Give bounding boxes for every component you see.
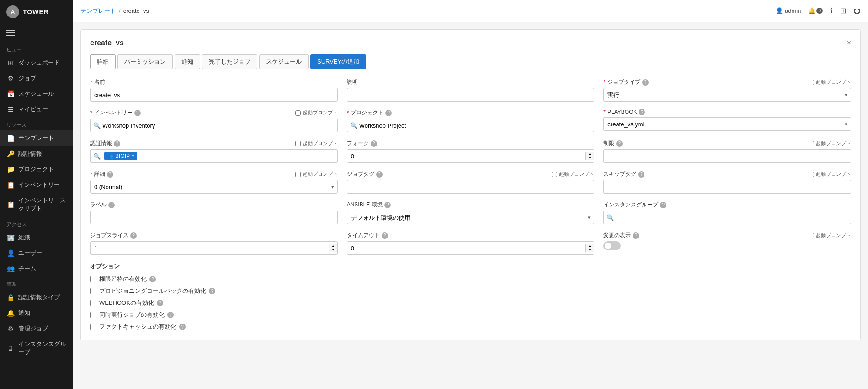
limit-help-icon[interactable]: ? [616, 140, 623, 147]
tab-completed-jobs[interactable]: 完了したジョブ [202, 54, 257, 69]
priv-esc-help-icon[interactable]: ? [149, 276, 156, 282]
show-changes-help-icon[interactable]: ? [633, 232, 639, 239]
inventory-input[interactable] [102, 122, 335, 129]
timeout-help-icon[interactable]: ? [382, 232, 388, 239]
job-type-prompt-checkbox[interactable] [809, 80, 814, 85]
show-changes-prompt-checkbox[interactable] [809, 233, 814, 238]
playbook-select[interactable]: create_vs.yml [603, 117, 851, 131]
instance-groups-help-icon[interactable]: ? [660, 202, 666, 208]
sidebar-item-teams[interactable]: 👥 チーム [0, 261, 73, 276]
sidebar-item-label: 管理ジョブ [18, 324, 48, 333]
show-changes-toggle[interactable] [603, 241, 621, 250]
job-slicing-group: ジョブスライス ? ▲ ▼ [90, 232, 338, 255]
priv-esc-item[interactable]: 権限昇格の有効化 ? [90, 275, 851, 283]
provisioning-checkbox[interactable] [90, 288, 96, 294]
verbosity-help-icon[interactable]: ? [107, 171, 113, 178]
sidebar-item-jobs[interactable]: ⚙ ジョブ [0, 70, 73, 86]
close-button[interactable]: × [847, 39, 851, 47]
sidebar-item-my-view[interactable]: ☰ マイビュー [0, 102, 73, 117]
notification-button[interactable]: 🔔 0 [808, 7, 823, 14]
ansible-env-select[interactable]: デフォルト環境の使用 [347, 211, 595, 224]
labels-group: ラベル ? [90, 201, 338, 224]
fork-decrement[interactable]: ▼ [586, 156, 594, 160]
tab-permissions[interactable]: パーミッション [117, 54, 173, 69]
sidebar-item-credentials[interactable]: 🔑 認証情報 [0, 146, 73, 162]
job-slicing-help-icon[interactable]: ? [130, 232, 137, 239]
sidebar-item-projects[interactable]: 📁 プロジェクト [0, 162, 73, 177]
skip-tags-prompt-checkbox[interactable] [809, 172, 814, 177]
job-tags-input[interactable] [347, 180, 595, 194]
grid-icon[interactable]: ⊞ [840, 6, 846, 15]
sidebar-item-credential-types[interactable]: 🔒 認証情報タイプ [0, 290, 73, 305]
inventory-help-icon[interactable]: ? [134, 110, 141, 116]
concurrent-help-icon[interactable]: ? [167, 312, 174, 318]
job-slicing-decrement[interactable]: ▼ [329, 248, 337, 252]
name-input[interactable] [90, 88, 338, 102]
timeout-decrement[interactable]: ▼ [586, 248, 594, 252]
sidebar-item-dashboard[interactable]: ⊞ ダッシュボード [0, 55, 73, 70]
credentials-help-icon[interactable]: ? [114, 140, 120, 147]
verbosity-prompt-checkbox[interactable] [295, 172, 301, 177]
user-menu[interactable]: 👤 admin [776, 7, 801, 14]
management-jobs-icon: ⚙ [6, 324, 15, 333]
concurrent-checkbox[interactable] [90, 312, 96, 318]
project-help-icon[interactable]: ? [385, 110, 392, 116]
concurrent-item[interactable]: 同時実行ジョブの有効化 ? [90, 311, 851, 319]
inventory-prompt-checkbox[interactable] [295, 110, 301, 116]
tab-details[interactable]: 詳細 [90, 54, 116, 69]
breadcrumb-link-templates[interactable]: テンプレート [80, 7, 116, 15]
options-group: 権限昇格の有効化 ? プロビジョニングコールバックの有効化 ? WEBHOOKの… [90, 275, 851, 331]
fact-cache-help-icon[interactable]: ? [179, 324, 186, 330]
bell-icon: 🔔 [808, 7, 815, 14]
job-type-select[interactable]: 実行 [603, 88, 851, 102]
labels-help-icon[interactable]: ? [108, 202, 115, 208]
sidebar-item-notifications[interactable]: 🔔 通知 [0, 305, 73, 321]
provisioning-help-icon[interactable]: ? [209, 288, 215, 294]
playbook-select-wrapper: create_vs.yml [603, 117, 851, 131]
webhook-item[interactable]: WEBHOOKの有効化 ? [90, 299, 851, 307]
sidebar-item-templates[interactable]: 📄 テンプレート [0, 130, 73, 146]
info-icon[interactable]: ℹ [830, 6, 833, 15]
power-icon[interactable]: ⏻ [853, 7, 861, 15]
instance-groups-input[interactable] [616, 214, 848, 221]
fact-cache-checkbox[interactable] [90, 324, 96, 330]
hamburger-button[interactable] [0, 24, 73, 42]
fork-help-icon[interactable]: ? [371, 140, 377, 147]
priv-esc-checkbox[interactable] [90, 276, 96, 282]
job-tags-help-icon[interactable]: ? [376, 171, 383, 178]
limit-input[interactable] [603, 149, 851, 163]
tab-notifications[interactable]: 通知 [175, 54, 200, 69]
job-type-help-icon[interactable]: ? [642, 79, 649, 86]
labels-input[interactable] [90, 211, 338, 224]
timeout-input[interactable] [347, 242, 586, 254]
ansible-env-help-icon[interactable]: ? [384, 202, 391, 208]
provisioning-item[interactable]: プロビジョニングコールバックの有効化 ? [90, 287, 851, 295]
sidebar-item-organizations[interactable]: 🏢 組織 [0, 230, 73, 245]
verbosity-select[interactable]: 0 (Normal) [90, 180, 338, 194]
sidebar-item-schedules[interactable]: 📅 スケジュール [0, 86, 73, 102]
sidebar-item-management-jobs[interactable]: ⚙ 管理ジョブ [0, 321, 73, 336]
job-tags-prompt-checkbox[interactable] [552, 172, 557, 177]
fact-cache-item[interactable]: ファクトキャッシュの有効化 ? [90, 323, 851, 331]
webhook-label: WEBHOOKの有効化 [99, 299, 154, 307]
webhook-help-icon[interactable]: ? [157, 300, 163, 306]
tab-schedules[interactable]: スケジュール [259, 54, 309, 69]
webhook-checkbox[interactable] [90, 300, 96, 306]
skip-tags-help-icon[interactable]: ? [638, 171, 644, 178]
sidebar-item-inventories[interactable]: 📋 インベントリー [0, 177, 73, 193]
credential-tag-remove[interactable]: × [132, 153, 134, 159]
skip-tags-input[interactable] [603, 180, 851, 194]
description-input[interactable] [347, 88, 595, 102]
sidebar-item-users[interactable]: 👤 ユーザー [0, 245, 73, 261]
sidebar-item-instance-groups[interactable]: 🖥 インスタンスグループ [0, 336, 73, 360]
skip-tags-prompt: 起動プロンプト [809, 171, 851, 178]
limit-prompt-checkbox[interactable] [809, 141, 814, 146]
sidebar-item-inventory-scripts[interactable]: 📋 インベントリースクリプト [0, 193, 73, 216]
playbook-help-icon[interactable]: ? [639, 109, 645, 115]
credentials-input[interactable]: 🔍 👥 BIGIP × [90, 149, 338, 163]
tab-add-survey[interactable]: SURVEYの追加 [310, 54, 366, 69]
job-slicing-input[interactable] [91, 242, 329, 254]
fork-input[interactable] [347, 150, 586, 162]
credentials-prompt-checkbox[interactable] [295, 141, 301, 146]
project-input[interactable] [359, 122, 591, 129]
